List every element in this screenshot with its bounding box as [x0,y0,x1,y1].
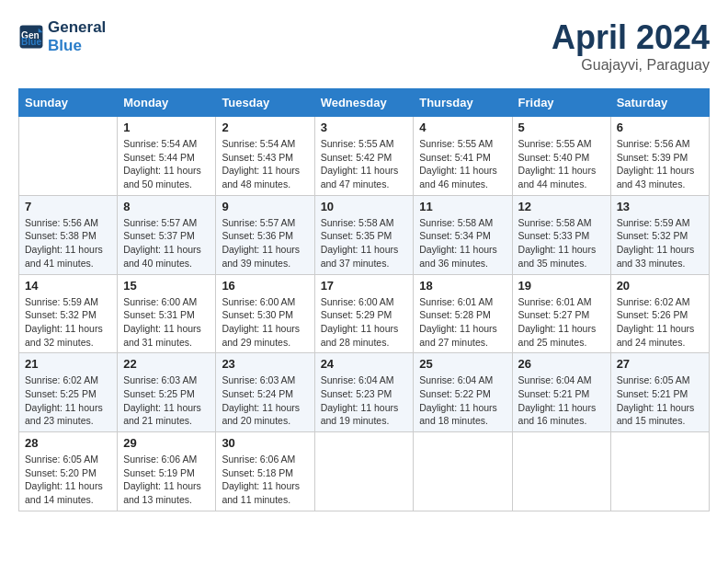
svg-text:Blue: Blue [21,37,41,47]
day-info: Sunrise: 5:55 AMSunset: 5:41 PMDaylight:… [419,137,506,191]
calendar-cell: 24Sunrise: 6:04 AMSunset: 5:23 PMDayligh… [314,353,414,432]
calendar-cell [314,432,414,511]
day-number: 8 [123,200,210,213]
weekday-header-wednesday: Wednesday [314,89,414,117]
calendar-cell: 26Sunrise: 6:04 AMSunset: 5:21 PMDayligh… [512,353,610,432]
day-number: 10 [321,200,408,213]
logo: Gen Blue General Blue [18,18,106,54]
day-info: Sunrise: 5:58 AMSunset: 5:33 PMDaylight:… [518,216,605,270]
day-number: 16 [222,279,308,293]
day-info: Sunrise: 6:06 AMSunset: 5:18 PMDaylight:… [222,453,308,507]
day-number: 24 [321,357,408,371]
logo-text-line2: Blue [48,37,106,55]
week-row-3: 14Sunrise: 5:59 AMSunset: 5:32 PMDayligh… [19,274,710,353]
calendar-cell: 4Sunrise: 5:55 AMSunset: 5:41 PMDaylight… [414,117,512,196]
calendar-cell: 27Sunrise: 6:05 AMSunset: 5:21 PMDayligh… [610,353,709,432]
day-number: 18 [419,279,506,293]
day-info: Sunrise: 6:01 AMSunset: 5:28 PMDaylight:… [419,295,506,350]
calendar-cell: 12Sunrise: 5:58 AMSunset: 5:33 PMDayligh… [512,195,610,274]
calendar-table: SundayMondayTuesdayWednesdayThursdayFrid… [18,88,710,511]
day-info: Sunrise: 5:54 AMSunset: 5:43 PMDaylight:… [222,137,308,191]
day-info: Sunrise: 6:01 AMSunset: 5:27 PMDaylight:… [518,295,605,350]
day-number: 5 [518,121,605,134]
calendar-cell: 17Sunrise: 6:00 AMSunset: 5:29 PMDayligh… [314,274,414,353]
calendar-cell: 13Sunrise: 5:59 AMSunset: 5:32 PMDayligh… [610,195,709,274]
day-info: Sunrise: 6:02 AMSunset: 5:25 PMDaylight:… [25,373,111,428]
day-info: Sunrise: 5:56 AMSunset: 5:38 PMDaylight:… [25,216,111,270]
month-title: April 2024 [552,18,710,57]
day-info: Sunrise: 6:04 AMSunset: 5:21 PMDaylight:… [518,373,605,428]
day-info: Sunrise: 6:03 AMSunset: 5:25 PMDaylight:… [123,373,210,428]
day-number: 20 [617,279,703,293]
day-number: 26 [518,357,605,371]
day-info: Sunrise: 5:55 AMSunset: 5:42 PMDaylight:… [321,137,408,191]
weekday-header-row: SundayMondayTuesdayWednesdayThursdayFrid… [19,89,710,117]
calendar-cell: 5Sunrise: 5:55 AMSunset: 5:40 PMDaylight… [512,117,610,196]
calendar-cell: 22Sunrise: 6:03 AMSunset: 5:25 PMDayligh… [118,353,216,432]
calendar-cell: 6Sunrise: 5:56 AMSunset: 5:39 PMDaylight… [610,117,709,196]
calendar-cell: 29Sunrise: 6:06 AMSunset: 5:19 PMDayligh… [118,432,216,511]
day-number: 9 [222,200,308,213]
day-info: Sunrise: 5:59 AMSunset: 5:32 PMDaylight:… [617,216,703,270]
day-info: Sunrise: 5:58 AMSunset: 5:34 PMDaylight:… [419,216,506,270]
calendar-cell: 2Sunrise: 5:54 AMSunset: 5:43 PMDaylight… [216,117,314,196]
day-info: Sunrise: 5:57 AMSunset: 5:36 PMDaylight:… [222,216,308,270]
day-info: Sunrise: 6:00 AMSunset: 5:29 PMDaylight:… [321,295,408,350]
calendar-cell: 18Sunrise: 6:01 AMSunset: 5:28 PMDayligh… [414,274,512,353]
calendar-cell: 23Sunrise: 6:03 AMSunset: 5:24 PMDayligh… [216,353,314,432]
day-number: 19 [518,279,605,293]
day-number: 29 [123,436,210,450]
day-info: Sunrise: 6:03 AMSunset: 5:24 PMDaylight:… [222,373,308,428]
day-info: Sunrise: 5:54 AMSunset: 5:44 PMDaylight:… [123,137,210,191]
day-number: 22 [123,357,210,371]
day-number: 23 [222,357,308,371]
day-number: 1 [123,121,210,134]
day-info: Sunrise: 6:06 AMSunset: 5:19 PMDaylight:… [123,453,210,507]
logo-text-line1: General [48,18,106,37]
calendar-cell: 3Sunrise: 5:55 AMSunset: 5:42 PMDaylight… [314,117,414,196]
day-info: Sunrise: 6:02 AMSunset: 5:26 PMDaylight:… [617,295,703,350]
calendar-cell: 21Sunrise: 6:02 AMSunset: 5:25 PMDayligh… [19,353,118,432]
calendar-cell: 16Sunrise: 6:00 AMSunset: 5:30 PMDayligh… [216,274,314,353]
day-number: 4 [419,121,506,134]
calendar-cell: 30Sunrise: 6:06 AMSunset: 5:18 PMDayligh… [216,432,314,511]
day-number: 28 [25,436,111,450]
calendar-cell: 7Sunrise: 5:56 AMSunset: 5:38 PMDaylight… [19,195,118,274]
calendar-cell: 28Sunrise: 6:05 AMSunset: 5:20 PMDayligh… [19,432,118,511]
calendar-cell [414,432,512,511]
page-header: Gen Blue General Blue April 2024 Guajayv… [18,18,710,74]
calendar-cell: 15Sunrise: 6:00 AMSunset: 5:31 PMDayligh… [118,274,216,353]
day-number: 15 [123,279,210,293]
weekday-header-saturday: Saturday [610,89,709,117]
calendar-cell: 25Sunrise: 6:04 AMSunset: 5:22 PMDayligh… [414,353,512,432]
weekday-header-friday: Friday [512,89,610,117]
day-info: Sunrise: 6:05 AMSunset: 5:21 PMDaylight:… [617,373,703,428]
day-info: Sunrise: 5:58 AMSunset: 5:35 PMDaylight:… [321,216,408,270]
day-number: 2 [222,121,308,134]
calendar-cell: 10Sunrise: 5:58 AMSunset: 5:35 PMDayligh… [314,195,414,274]
calendar-cell: 19Sunrise: 6:01 AMSunset: 5:27 PMDayligh… [512,274,610,353]
calendar-cell: 8Sunrise: 5:57 AMSunset: 5:37 PMDaylight… [118,195,216,274]
calendar-cell: 1Sunrise: 5:54 AMSunset: 5:44 PMDaylight… [118,117,216,196]
day-number: 27 [617,357,703,371]
week-row-2: 7Sunrise: 5:56 AMSunset: 5:38 PMDaylight… [19,195,710,274]
calendar-cell [512,432,610,511]
logo-icon: Gen Blue [18,24,44,50]
title-block: April 2024 Guajayvi, Paraguay [552,18,710,74]
week-row-1: 1Sunrise: 5:54 AMSunset: 5:44 PMDaylight… [19,117,710,196]
day-number: 21 [25,357,111,371]
day-number: 13 [617,200,703,213]
day-number: 30 [222,436,308,450]
day-number: 14 [25,279,111,293]
day-info: Sunrise: 5:59 AMSunset: 5:32 PMDaylight:… [25,295,111,350]
day-info: Sunrise: 6:04 AMSunset: 5:22 PMDaylight:… [419,373,506,428]
calendar-cell: 14Sunrise: 5:59 AMSunset: 5:32 PMDayligh… [19,274,118,353]
calendar-cell [19,117,118,196]
weekday-header-thursday: Thursday [414,89,512,117]
day-info: Sunrise: 6:05 AMSunset: 5:20 PMDaylight:… [25,453,111,507]
weekday-header-sunday: Sunday [19,89,118,117]
day-info: Sunrise: 5:57 AMSunset: 5:37 PMDaylight:… [123,216,210,270]
day-info: Sunrise: 6:00 AMSunset: 5:30 PMDaylight:… [222,295,308,350]
calendar-cell [610,432,709,511]
day-number: 11 [419,200,506,213]
